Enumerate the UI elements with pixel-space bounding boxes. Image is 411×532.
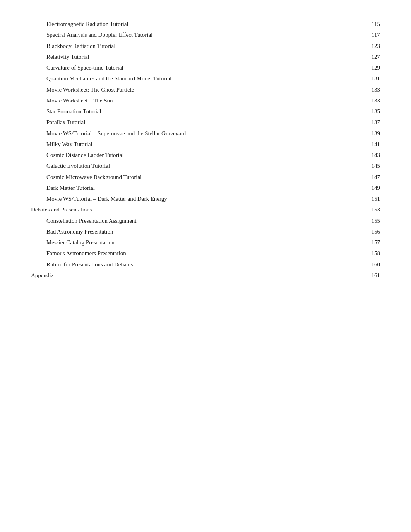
toc-entry-title: Galactic Evolution Tutorial [46,161,365,171]
toc-entry-page: 133 [365,95,380,106]
toc-entry: Movie Worksheet: The Ghost Particle133 [31,84,380,95]
toc-entry-title: Constellation Presentation Assignment [46,216,365,226]
toc-entry-title: Movie WS/Tutorial – Supernovae and the S… [46,128,365,138]
toc-entry: Blackbody Radiation Tutorial123 [31,41,380,51]
toc-entry-title: Parallax Tutorial [46,117,365,127]
toc-entry-title: Appendix [31,270,365,280]
toc-entry: Milky Way Tutorial141 [31,139,380,150]
toc-entry-page: 133 [365,85,380,95]
toc-entry: Movie WS/Tutorial – Dark Matter and Dark… [31,193,380,204]
toc-entry: Cosmic Microwave Background Tutorial147 [31,172,380,182]
toc-entry-page: 137 [365,117,380,127]
toc-entry-page: 161 [365,270,380,280]
toc-entry-page: 139 [365,128,380,138]
toc-entry-page: 115 [365,19,380,29]
toc-entry-page: 131 [365,73,380,84]
toc-entry: Constellation Presentation Assignment155 [31,215,380,226]
toc-entry: Messier Catalog Presentation157 [31,237,380,248]
toc-entry-page: 117 [365,30,380,40]
toc-entry-page: 158 [365,248,380,258]
toc-entry-title: Milky Way Tutorial [46,139,365,149]
toc-entry-page: 143 [365,150,380,160]
toc-entry-title: Cosmic Distance Ladder Tutorial [46,150,365,160]
toc-entry: Galactic Evolution Tutorial145 [31,160,380,171]
toc-entry: Curvature of Space-time Tutorial129 [31,62,380,73]
toc-entry-page: 155 [365,216,380,226]
toc-entry: Movie WS/Tutorial – Supernovae and the S… [31,128,380,139]
toc-entry-title: Bad Astronomy Presentation [46,227,365,237]
toc-entry: Movie Worksheet – The Sun133 [31,95,380,106]
toc-entry-title: Curvature of Space-time Tutorial [46,63,365,73]
toc-entry-title: Electromagnetic Radiation Tutorial [46,19,365,29]
toc-entry: Dark Matter Tutorial149 [31,182,380,193]
toc-entry: Debates and Presentations153 [31,204,380,215]
toc-entry-page: 145 [365,161,380,171]
toc-entry-title: Spectral Analysis and Doppler Effect Tut… [46,30,365,40]
toc-entry-page: 151 [365,194,380,204]
toc-entry-page: 147 [365,172,380,182]
toc-entry-title: Movie Worksheet – The Sun [46,95,365,106]
toc-entry: Famous Astronomers Presentation158 [31,248,380,259]
toc-entry-title: Rubric for Presentations and Debates [46,259,365,269]
toc-entry-page: 129 [365,63,380,73]
toc-entry: Spectral Analysis and Doppler Effect Tut… [31,29,380,40]
toc-entry-page: 123 [365,41,380,51]
toc-entry: Rubric for Presentations and Debates160 [31,259,380,270]
toc-entry: Electromagnetic Radiation Tutorial115 [31,19,380,29]
toc-entry-page: 157 [365,237,380,247]
toc-entry-page: 127 [365,52,380,62]
toc-entry: Star Formation Tutorial135 [31,106,380,117]
toc-entry-title: Relativity Tutorial [46,52,365,62]
toc-entry-page: 153 [365,205,380,215]
toc-entry-title: Quantum Mechanics and the Standard Model… [46,73,365,84]
toc-entry-title: Movie WS/Tutorial – Dark Matter and Dark… [46,194,365,204]
toc-entry-title: Messier Catalog Presentation [46,237,365,247]
toc-entry-title: Dark Matter Tutorial [46,183,365,193]
toc-entry-page: 149 [365,183,380,193]
toc-entry-title: Blackbody Radiation Tutorial [46,41,365,51]
toc-entry: Appendix161 [31,270,380,281]
toc-entry-title: Star Formation Tutorial [46,106,365,116]
toc-entry-page: 160 [365,259,380,269]
toc-entry: Cosmic Distance Ladder Tutorial143 [31,150,380,160]
toc-entry: Relativity Tutorial127 [31,51,380,62]
toc-entry-page: 141 [365,139,380,149]
toc-entry-title: Cosmic Microwave Background Tutorial [46,172,365,182]
table-of-contents: Electromagnetic Radiation Tutorial115Spe… [31,19,380,281]
toc-entry-title: Famous Astronomers Presentation [46,248,365,258]
toc-entry: Parallax Tutorial137 [31,117,380,128]
toc-entry-page: 156 [365,227,380,237]
toc-entry: Bad Astronomy Presentation156 [31,226,380,237]
toc-entry-title: Debates and Presentations [31,205,365,215]
toc-entry-page: 135 [365,106,380,116]
toc-entry-title: Movie Worksheet: The Ghost Particle [46,85,365,95]
toc-entry: Quantum Mechanics and the Standard Model… [31,73,380,84]
